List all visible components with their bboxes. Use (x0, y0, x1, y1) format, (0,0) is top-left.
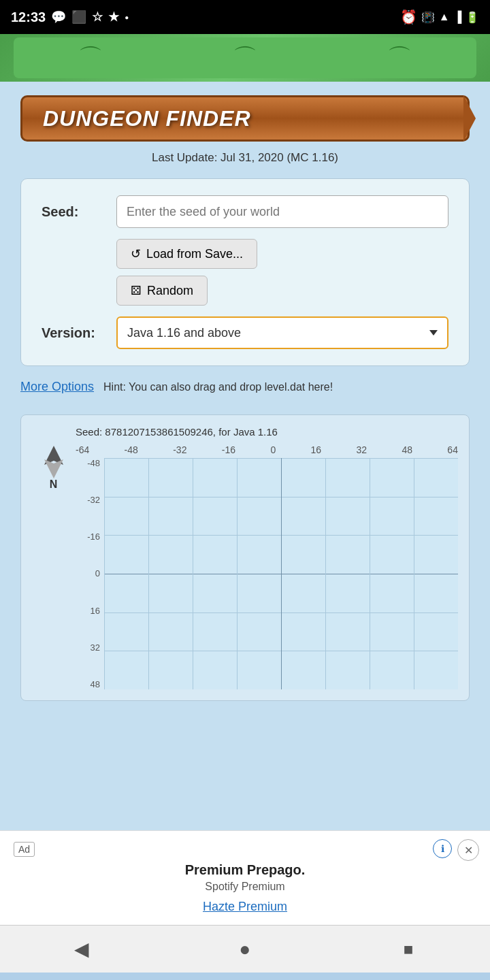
x-axis: -64 -48 -32 -16 0 16 32 48 64 (76, 444, 458, 458)
svg-marker-1 (44, 459, 63, 478)
back-button[interactable]: ◀ (61, 929, 102, 970)
version-row: Version: Java 1.16 and above Java 1.15 J… (42, 316, 448, 349)
buttons-row: ↺ Load from Save... ⚄ Random (116, 239, 448, 306)
random-button[interactable]: ⚄ Random (116, 276, 208, 306)
status-bar-right: ⏰ 📳 ▲ ▐ 🔋 (400, 9, 479, 25)
signal-icon: ▐ (454, 11, 461, 23)
back-icon: ◀ (74, 938, 89, 960)
grid-canvas[interactable] (104, 458, 458, 689)
ad-label: Ad (14, 842, 35, 857)
compass-n-label: N (50, 478, 58, 491)
x-label-64: 64 (447, 444, 458, 455)
compass: N (35, 444, 72, 491)
seed-input[interactable] (116, 195, 448, 228)
x-label-48: 48 (402, 444, 412, 455)
y-label-neg48: -48 (76, 458, 100, 468)
x-label-neg48: -48 (125, 444, 138, 455)
bottom-nav: ◀ ● ■ (0, 925, 490, 973)
map-seed-info: Seed: 8781207153861509246, for Java 1.16 (76, 426, 458, 438)
y-label-neg16: -16 (76, 532, 100, 542)
dungeon-header: DUNGEON FINDER (20, 95, 470, 142)
dot-icon: ● (125, 14, 129, 21)
x-label-32: 32 (356, 444, 367, 455)
map-area: N -64 -48 -32 -16 0 16 32 48 64 (35, 444, 458, 689)
screen-record-icon: ⬛ (71, 10, 86, 24)
vibrate-icon: 📳 (421, 11, 435, 24)
y-label-48: 48 (76, 679, 100, 689)
hint-text: Hint: You can also drag and drop level.d… (103, 381, 333, 393)
y-label-16: 16 (76, 606, 100, 616)
random-icon: ⚄ (131, 283, 142, 298)
page-title: DUNGEON FINDER (43, 106, 251, 131)
ad-title: Premium Prepago. (14, 862, 476, 878)
random-button-label: Random (147, 284, 193, 298)
version-label: Version: (42, 325, 116, 341)
load-button-label: Load from Save... (146, 247, 243, 261)
y-label-neg32: -32 (76, 495, 100, 505)
star-outline-icon: ☆ (92, 10, 103, 24)
more-options-link[interactable]: More Options (20, 380, 94, 394)
last-update: Last Update: Jul 31, 2020 (MC 1.16) (20, 151, 470, 165)
version-select[interactable]: Java 1.16 and above Java 1.15 Java 1.14 … (116, 316, 448, 349)
seed-row: Seed: (42, 195, 448, 228)
x-label-neg64: -64 (76, 444, 89, 455)
ad-banner: Ad ℹ ✕ Premium Prepago. Spotify Premium … (0, 830, 490, 925)
star-filled-icon: ★ (108, 10, 119, 24)
messenger-icon: 💬 (51, 10, 66, 24)
seed-label: Seed: (42, 204, 116, 220)
map-container: Seed: 8781207153861509246, for Java 1.16… (20, 414, 470, 701)
ad-subtitle: Spotify Premium (14, 881, 476, 893)
x-label-0: 0 (270, 444, 276, 455)
time-display: 12:33 (11, 10, 46, 25)
load-from-save-button[interactable]: ↺ Load from Save... (116, 239, 257, 269)
load-icon: ↺ (131, 246, 141, 261)
home-button[interactable]: ● (225, 929, 265, 970)
grid-section: -64 -48 -32 -16 0 16 32 48 64 -48 -32 -1… (76, 444, 458, 689)
compass-arrow-icon (40, 444, 67, 478)
main-content: DUNGEON FINDER Last Update: Jul 31, 2020… (0, 82, 490, 830)
banner-decoration: ⌒ ⌒ ⌒ (14, 37, 476, 78)
ad-cta-link[interactable]: Hazte Premium (14, 900, 476, 914)
home-icon: ● (240, 938, 251, 960)
ad-info-button[interactable]: ℹ (433, 839, 452, 858)
top-banner: ⌒ ⌒ ⌒ (0, 34, 490, 82)
ad-close-button[interactable]: ✕ (457, 839, 479, 861)
alarm-icon: ⏰ (400, 9, 417, 25)
battery-icon: 🔋 (466, 11, 479, 24)
y-label-32: 32 (76, 642, 100, 653)
x-label-16: 16 (311, 444, 322, 455)
recents-icon: ■ (404, 940, 414, 959)
options-row: More Options Hint: You can also drag and… (20, 380, 470, 394)
status-bar-left: 12:33 💬 ⬛ ☆ ★ ● (11, 10, 129, 25)
x-label-neg16: -16 (222, 444, 235, 455)
wifi-icon: ▲ (439, 11, 450, 23)
recents-button[interactable]: ■ (388, 929, 429, 970)
status-bar: 12:33 💬 ⬛ ☆ ★ ● ⏰ 📳 ▲ ▐ 🔋 (0, 0, 490, 34)
form-card: Seed: ↺ Load from Save... ⚄ Random Versi… (20, 178, 470, 366)
y-label-0: 0 (76, 568, 100, 578)
y-axis: -48 -32 -16 0 16 32 48 (76, 458, 104, 689)
x-label-neg32: -32 (173, 444, 186, 455)
grid-with-ylabels: -48 -32 -16 0 16 32 48 (76, 458, 458, 689)
